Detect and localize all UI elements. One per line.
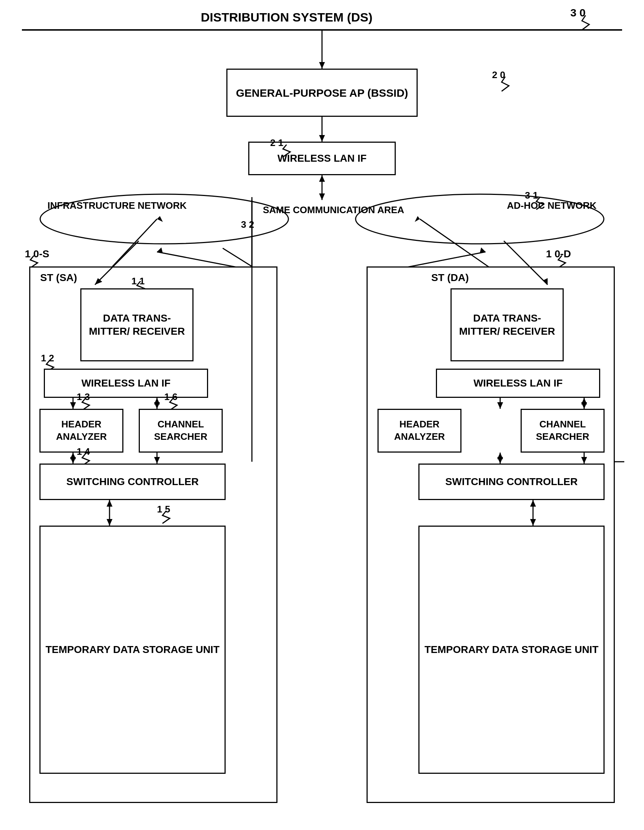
header-analyzer-right: HEADER ANALYZER (378, 409, 462, 453)
zigzag-15 (157, 511, 175, 526)
switching-controller-right: SWITCHING CONTROLLER (419, 464, 604, 500)
svg-marker-1 (319, 62, 325, 69)
st-da-label: ST (DA) (431, 272, 469, 284)
zigzag-20 (494, 77, 516, 95)
svg-marker-5 (319, 193, 325, 200)
zigzag-21 (278, 144, 296, 159)
temp-storage-right: TEMPORARY DATA STORAGE UNIT (419, 526, 604, 774)
channel-searcher-left: CHANNEL SEARCHER (139, 409, 223, 453)
zigzag-31 (531, 197, 549, 212)
svg-marker-15 (157, 247, 163, 253)
wireless-lan-if-left: WIRELESS LAN IF (44, 369, 208, 398)
data-transmitter-left: DATA TRANS- MITTER/ RECEIVER (80, 288, 194, 361)
channel-searcher-right: CHANNEL SEARCHER (520, 409, 604, 453)
gp-ap-box: GENERAL-PURPOSE AP (BSSID) (226, 69, 418, 117)
temp-storage-left: TEMPORARY DATA STORAGE UNIT (40, 526, 225, 774)
st-sa-label: ST (SA) (40, 272, 77, 284)
adhoc-network-label: AD-HOC NETWORK (507, 200, 596, 211)
svg-line-98 (223, 248, 252, 266)
switching-controller-left: SWITCHING CONTROLLER (40, 464, 225, 500)
ds-label: DISTRIBUTION SYSTEM (DS) (201, 10, 373, 24)
infra-network-label: INFRASTRUCTURE NETWORK (48, 200, 187, 211)
svg-marker-6 (319, 175, 325, 182)
data-transmitter-right: DATA TRANS- MITTER/ RECEIVER (450, 288, 564, 361)
svg-marker-18 (480, 247, 485, 253)
svg-marker-3 (319, 135, 325, 142)
zigzag-30 (575, 15, 596, 33)
ds-line (22, 29, 622, 31)
wireless-lan-if-right: WIRELESS LAN IF (436, 369, 600, 398)
diagram: DISTRIBUTION SYSTEM (DS) 3 0 (0, 0, 644, 830)
ref-32: 3 2 (241, 219, 254, 230)
adhoc-ellipse (352, 190, 608, 248)
